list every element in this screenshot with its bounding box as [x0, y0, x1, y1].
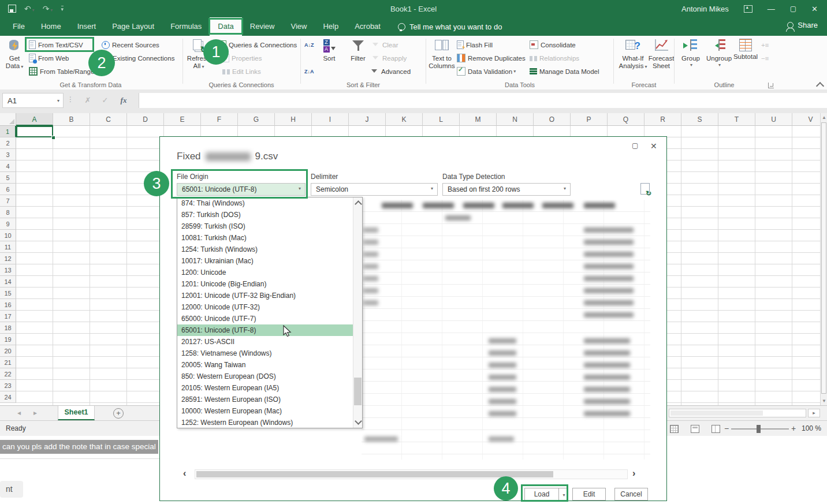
ribbon-tab-page-layout[interactable]: Page Layout	[104, 17, 162, 36]
encoding-option[interactable]: 857: Turkish (DOS)	[177, 209, 353, 221]
ribbon-tab-home[interactable]: Home	[33, 17, 69, 36]
delimiter-select[interactable]: Semicolon ▾	[311, 183, 438, 196]
row-header-20[interactable]: 20	[0, 345, 16, 357]
queries-connections-button[interactable]: Queries & Connections	[219, 39, 297, 51]
row-header-3[interactable]: 3	[0, 149, 16, 160]
data-type-detection-select[interactable]: Based on first 200 rows ▾	[442, 183, 571, 196]
refresh-preview-icon[interactable]	[640, 183, 650, 195]
maximize-button[interactable]: ▢	[790, 5, 796, 13]
row-header-18[interactable]: 18	[0, 322, 16, 334]
row-header-17[interactable]: 17	[0, 311, 16, 322]
subtotal-button[interactable]: Subtotal	[732, 38, 759, 87]
encoding-option[interactable]: 1258: Vietnamese (Windows)	[177, 348, 353, 359]
remove-duplicates-button[interactable]: Remove Duplicates	[457, 52, 526, 64]
zoom-out-icon[interactable]: −	[724, 424, 729, 433]
minimize-button[interactable]: —	[768, 5, 775, 13]
row-header-1[interactable]: 1	[0, 126, 16, 137]
encoding-option[interactable]: 28599: Turkish (ISO)	[177, 221, 353, 232]
ribbon-tab-review[interactable]: Review	[242, 17, 283, 36]
row-header-12[interactable]: 12	[0, 253, 16, 264]
previous-sheet-icon[interactable]: ◂	[17, 409, 21, 417]
column-header-q[interactable]: Q	[608, 113, 645, 126]
encoding-option[interactable]: 20005: Wang Taiwan	[177, 359, 353, 371]
filter-button[interactable]: Filter	[346, 38, 370, 87]
encoding-option[interactable]: 1200: Unicode	[177, 267, 353, 278]
ribbon-display-options-icon[interactable]	[744, 5, 753, 13]
dropdown-scrollbar-thumb[interactable]	[354, 378, 362, 405]
what-if-analysis-button[interactable]: What-If Analysis▾	[617, 38, 649, 87]
column-header-o[interactable]: O	[534, 113, 571, 126]
encoding-option[interactable]: 12000: Unicode (UTF-32)	[177, 301, 353, 313]
ribbon-tab-acrobat[interactable]: Acrobat	[347, 17, 389, 36]
column-header-v[interactable]: V	[792, 113, 820, 126]
collapse-ribbon-icon[interactable]	[816, 82, 824, 90]
forecast-sheet-button[interactable]: Forecast Sheet	[648, 38, 675, 87]
column-header-e[interactable]: E	[164, 113, 201, 126]
normal-view-icon[interactable]	[670, 425, 679, 433]
ribbon-tab-formulas[interactable]: Formulas	[162, 17, 210, 36]
column-header-d[interactable]: D	[127, 113, 164, 126]
column-header-p[interactable]: P	[571, 113, 608, 126]
encoding-option[interactable]: 65000: Unicode (UTF-7)	[177, 313, 353, 324]
advanced-filter-button[interactable]: Advanced	[371, 65, 411, 77]
row-header-24[interactable]: 24	[0, 391, 16, 403]
column-header-i[interactable]: I	[312, 113, 349, 126]
encoding-option[interactable]: 10000: Western European (Mac)	[177, 405, 353, 417]
encoding-option[interactable]: 1254: Turkish (Windows)	[177, 244, 353, 255]
scroll-right-icon[interactable]: ▸	[808, 409, 820, 417]
column-header-k[interactable]: K	[386, 113, 423, 126]
undo-icon[interactable]: ↶▾	[24, 4, 35, 13]
text-to-columns-button[interactable]: Text to Columns	[428, 38, 456, 87]
formula-input[interactable]	[139, 93, 827, 108]
dialog-close-button[interactable]: ✕	[650, 141, 657, 151]
row-header-4[interactable]: 4	[0, 160, 16, 172]
column-header-u[interactable]: U	[755, 113, 792, 126]
ribbon-tab-view[interactable]: View	[282, 17, 315, 36]
row-header-6[interactable]: 6	[0, 184, 16, 195]
outline-dialog-launcher-icon[interactable]	[768, 83, 774, 88]
close-button[interactable]: ✕	[811, 5, 818, 13]
from-web-button[interactable]: From Web	[29, 52, 69, 64]
row-header-8[interactable]: 8	[0, 207, 16, 218]
encoding-option[interactable]: 874: Thai (Windows)	[177, 197, 353, 209]
consolidate-button[interactable]: Consolidate	[530, 39, 576, 51]
column-header-m[interactable]: M	[460, 113, 497, 126]
preview-horizontal-scrollbar[interactable]	[195, 469, 628, 479]
column-header-f[interactable]: F	[201, 113, 238, 126]
ribbon-tab-insert[interactable]: Insert	[69, 17, 105, 36]
row-header-23[interactable]: 23	[0, 380, 16, 391]
horizontal-scrollbar[interactable]	[669, 409, 806, 417]
encoding-option[interactable]: 10017: Ukrainian (Mac)	[177, 255, 353, 267]
encoding-option[interactable]: 28591: Western European (ISO)	[177, 394, 353, 405]
row-header-13[interactable]: 13	[0, 264, 16, 276]
signed-in-user[interactable]: Antonin Mikes	[681, 5, 729, 13]
zoom-in-icon[interactable]: +	[791, 424, 796, 433]
page-layout-view-icon[interactable]	[691, 425, 699, 433]
dropdown-scrollbar[interactable]	[353, 197, 362, 428]
row-header-14[interactable]: 14	[0, 276, 16, 288]
row-header-15[interactable]: 15	[0, 288, 16, 299]
from-table-range-button[interactable]: From Table/Range	[29, 65, 94, 77]
ungroup-button[interactable]: Ungroup ▾	[705, 38, 733, 87]
row-header-16[interactable]: 16	[0, 299, 16, 311]
encoding-option[interactable]: 10081: Turkish (Mac)	[177, 232, 353, 244]
scroll-down-icon[interactable]	[355, 417, 362, 425]
row-header-7[interactable]: 7	[0, 195, 16, 207]
encoding-option[interactable]: 850: Western European (DOS)	[177, 371, 353, 382]
column-header-b[interactable]: B	[53, 113, 90, 126]
name-box[interactable]: A1▾	[2, 93, 64, 108]
horizontal-scrollbar-thumb[interactable]	[670, 410, 763, 416]
cancel-button[interactable]: Cancel	[614, 488, 648, 501]
column-header-r[interactable]: R	[645, 113, 681, 126]
sort-descending-button[interactable]: Z↓A	[304, 65, 314, 77]
encoding-option[interactable]: 12001: Unicode (UTF-32 Big-Endian)	[177, 290, 353, 301]
customize-qat-icon[interactable]: ▾	[61, 6, 64, 12]
zoom-slider-handle[interactable]	[757, 425, 761, 433]
row-header-11[interactable]: 11	[0, 241, 16, 253]
page-break-view-icon[interactable]	[711, 425, 720, 433]
row-header-5[interactable]: 5	[0, 172, 16, 184]
tell-me-box[interactable]: Tell me what you want to do	[398, 17, 502, 36]
group-button[interactable]: Group ▾	[679, 38, 702, 87]
row-header-9[interactable]: 9	[0, 218, 16, 230]
flash-fill-button[interactable]: Flash Fill	[457, 39, 493, 51]
